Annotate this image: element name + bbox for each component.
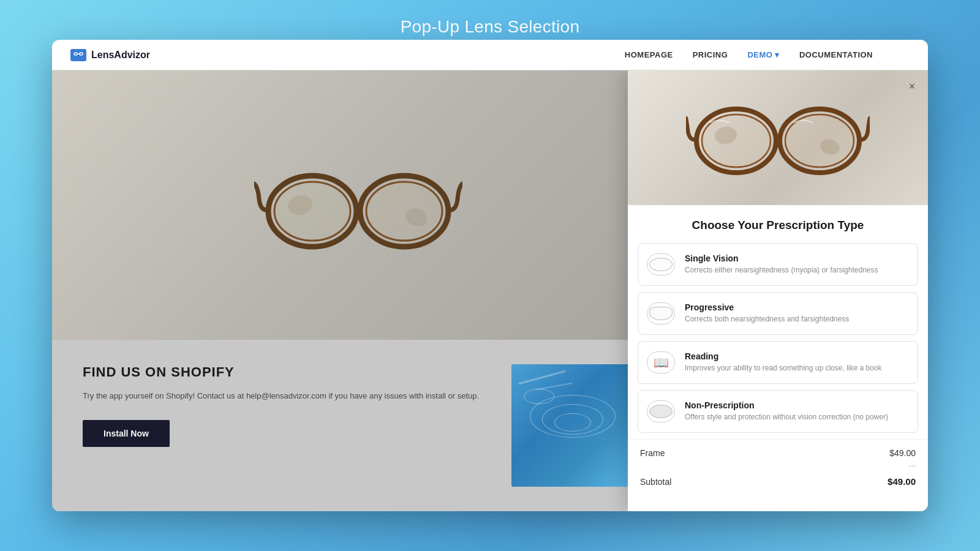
nav-links: HOMEPAGE PRICING DEMO ▾ DOCUMENTATION	[625, 50, 873, 59]
modal-glasses-image	[628, 70, 928, 205]
single-vision-icon	[647, 253, 675, 276]
option-progressive[interactable]: Progressive Corrects both nearsightednes…	[638, 292, 918, 335]
progressive-icon	[647, 302, 675, 324]
reading-desc: Improves your ability to read something …	[685, 363, 909, 373]
progressive-text: Progressive Corrects both nearsightednes…	[685, 302, 909, 324]
progressive-title: Progressive	[685, 302, 909, 312]
nav-bar: LensAdvizor HOMEPAGE PRICING DEMO ▾ DOCU…	[52, 40, 928, 70]
reading-text: Reading Improves your ability to read so…	[685, 351, 909, 373]
subtotal-row: Subtotal $49.00	[640, 473, 916, 487]
dots-row: ···	[640, 460, 916, 470]
modal-close-button[interactable]: ×	[903, 78, 921, 95]
single-vision-text: Single Vision Corrects either nearsighte…	[685, 253, 909, 276]
modal-title: Choose Your Prescription Type	[628, 205, 928, 243]
non-prescription-desc: Offers style and protection without visi…	[685, 412, 909, 422]
non-prescription-text: Non-Prescription Offers style and protec…	[685, 400, 909, 422]
chevron-down-icon: ▾	[775, 50, 780, 59]
single-vision-lens-icon	[649, 258, 673, 271]
option-non-prescription[interactable]: Non-Prescription Offers style and protec…	[638, 390, 918, 433]
logo-icon	[70, 49, 86, 61]
modal-overlay: ×	[52, 70, 928, 511]
prescription-modal: ×	[628, 70, 928, 511]
subtotal-label: Subtotal	[640, 477, 671, 487]
non-prescription-title: Non-Prescription	[685, 400, 909, 410]
single-vision-title: Single Vision	[685, 253, 909, 263]
svg-rect-1	[80, 53, 83, 55]
nav-link-homepage[interactable]: HOMEPAGE	[625, 50, 673, 59]
nav-logo: LensAdvizor	[70, 49, 150, 61]
nav-link-demo[interactable]: DEMO ▾	[747, 50, 780, 59]
progressive-desc: Corrects both nearsightedness and farsig…	[685, 314, 909, 324]
frame-label: Frame	[640, 448, 665, 458]
frame-price-row: Frame $49.00	[640, 448, 916, 458]
subtotal-price: $49.00	[888, 476, 916, 487]
modal-glasses-svg	[686, 89, 870, 187]
option-single-vision[interactable]: Single Vision Corrects either nearsighte…	[638, 243, 918, 286]
nav-link-documentation[interactable]: DOCUMENTATION	[799, 50, 873, 59]
svg-rect-0	[74, 53, 77, 55]
svg-point-10	[702, 114, 771, 167]
progressive-lens-icon	[649, 307, 673, 320]
reading-icon: 📖	[647, 351, 675, 373]
nav-link-pricing[interactable]: PRICING	[693, 50, 728, 59]
frame-price: $49.00	[889, 448, 916, 458]
single-vision-desc: Corrects either nearsightedness (myopia)…	[685, 265, 909, 276]
modal-footer: Frame $49.00 ··· Subtotal $49.00	[628, 439, 928, 495]
prescription-options: Single Vision Corrects either nearsighte…	[628, 243, 928, 433]
browser-window: LensAdvizor HOMEPAGE PRICING DEMO ▾ DOCU…	[52, 40, 928, 511]
non-prescription-icon	[647, 400, 675, 422]
page-title: Pop-Up Lens Selection	[401, 17, 580, 37]
price-dots: ···	[908, 460, 916, 470]
option-reading[interactable]: 📖 Reading Improves your ability to read …	[638, 341, 918, 384]
logo-text: LensAdvizor	[91, 50, 150, 61]
non-prescription-lens-icon	[649, 405, 673, 418]
svg-point-12	[785, 114, 854, 167]
website-content: FIND US ON SHOPIFY Try the app yourself …	[52, 70, 928, 511]
reading-title: Reading	[685, 351, 909, 361]
